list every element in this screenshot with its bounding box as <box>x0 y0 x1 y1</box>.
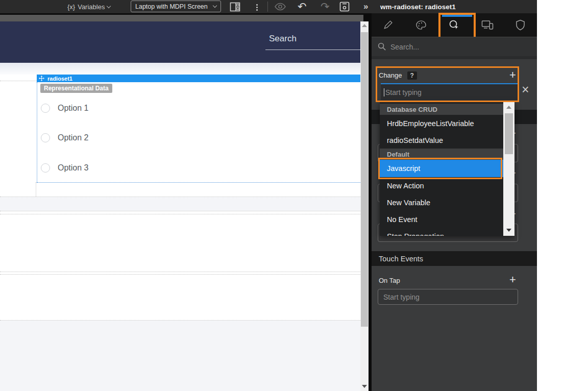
scroll-up-arrow-icon[interactable] <box>362 24 367 27</box>
touch-events-section-header: Touch Events <box>372 251 537 266</box>
double-chevron-right-icon: » <box>363 2 368 12</box>
on-tap-input-wrap <box>378 289 518 305</box>
canvas-top-chrome <box>0 15 363 21</box>
dropdown-item[interactable]: No Event <box>380 211 503 228</box>
dropdown-item[interactable]: New Action <box>380 177 503 194</box>
page-search-field[interactable]: Search <box>269 34 297 44</box>
layout-panels-button[interactable] <box>230 0 240 13</box>
tab-devices[interactable] <box>471 13 504 37</box>
preview-eye-button[interactable] <box>275 0 286 13</box>
radio-option-row[interactable]: Option 3 <box>41 163 88 173</box>
chevron-down-icon <box>107 4 111 8</box>
page-search-underline <box>265 50 360 50</box>
dropdown-item[interactable]: HrdbEmployeeListVariable <box>380 115 503 132</box>
change-help-badge[interactable]: ? <box>407 71 417 80</box>
selected-widget-title: wm-radioset: radioset1 <box>380 0 456 13</box>
dropdown-item[interactable]: radioSetdatValue <box>380 132 503 149</box>
shield-icon <box>516 19 525 31</box>
events-search-input[interactable] <box>390 43 531 51</box>
widget-name-label: radioset1 <box>47 76 72 82</box>
layout-panels-icon <box>230 2 240 12</box>
dropdown-list: Database CRUD HrdbEmployeeListVariable r… <box>380 104 503 236</box>
events-tab-active-indicator <box>442 15 472 17</box>
empty-row-band <box>0 321 360 391</box>
palette-icon <box>415 20 427 30</box>
container-edge-dotted <box>36 182 36 197</box>
dropdown-scrollbar[interactable] <box>503 102 514 236</box>
scroll-down-arrow-icon[interactable] <box>362 385 367 388</box>
undo-icon: ↶ <box>298 1 307 13</box>
save-icon <box>339 2 350 12</box>
widget-selection-border-bottom <box>37 182 360 183</box>
pencil-icon <box>383 20 393 30</box>
variables-icon: {x} <box>67 3 75 11</box>
add-on-tap-action-button[interactable]: + <box>509 275 516 284</box>
save-button[interactable] <box>339 0 350 13</box>
devices-icon <box>481 20 494 30</box>
dropdown-item[interactable]: New Variable <box>380 194 503 211</box>
row-divider-dotted <box>0 274 360 275</box>
row-divider-dotted <box>0 214 360 214</box>
variables-label: Variables <box>78 3 105 11</box>
device-selector-dropdown[interactable]: Laptop with MDPI Screen <box>131 1 221 12</box>
tab-security[interactable] <box>504 13 537 37</box>
dropdown-scrollbar-thumb[interactable] <box>505 113 513 154</box>
canvas-scrollbar[interactable] <box>360 21 369 391</box>
container-edge-dotted <box>0 81 37 81</box>
on-tap-label: On Tap <box>379 277 400 284</box>
scroll-down-arrow-icon[interactable] <box>506 229 511 232</box>
redo-icon: ↷ <box>321 1 330 13</box>
right-gutter <box>537 0 588 391</box>
variables-dropdown[interactable]: {x} Variables <box>67 0 110 13</box>
radio-option-row[interactable]: Option 2 <box>41 133 88 142</box>
design-canvas: Search radioset1 Representational Data O… <box>0 21 360 391</box>
undo-button[interactable]: ↶ <box>298 0 307 13</box>
radio-option-label: Option 1 <box>58 104 88 113</box>
change-input-placeholder: Start typing <box>385 88 422 96</box>
event-action-dropdown: Database CRUD HrdbEmployeeListVariable r… <box>380 102 514 236</box>
dropdown-item[interactable]: Stop Propagation <box>380 228 503 236</box>
widget-selection-bar[interactable]: radioset1 <box>37 75 360 82</box>
scroll-up-arrow-icon[interactable] <box>506 106 511 109</box>
radio-option-label: Option 2 <box>58 133 88 142</box>
row-divider-dotted <box>0 211 360 211</box>
add-change-action-button[interactable]: + <box>509 70 516 80</box>
representational-data-badge: Representational Data <box>40 84 112 93</box>
canvas-scrollbar-thumb[interactable] <box>361 32 368 327</box>
canvas-panel-divider-top <box>363 13 369 21</box>
move-icon <box>39 76 44 81</box>
expand-panel-button[interactable]: » <box>363 0 368 13</box>
chevron-down-icon <box>213 4 217 8</box>
dropdown-group-header: Database CRUD <box>380 104 503 115</box>
change-event-input[interactable]: Start typing <box>381 83 519 100</box>
events-search-bar <box>372 37 537 59</box>
dropdown-item-selected[interactable]: Javascript <box>380 160 503 177</box>
toolbar-divider <box>267 2 268 12</box>
close-icon[interactable]: × <box>522 84 529 94</box>
radio-option-row[interactable]: Option 1 <box>41 104 88 113</box>
redo-button[interactable]: ↷ <box>321 0 330 13</box>
page-subheader <box>0 63 360 75</box>
on-tap-input[interactable] <box>383 293 512 301</box>
empty-row-band <box>0 197 360 211</box>
radio-button-icon[interactable] <box>41 104 50 113</box>
change-event-row: Change? <box>379 70 417 80</box>
more-options-kebab-menu[interactable] <box>254 0 259 13</box>
dropdown-group-header: Default <box>380 149 503 160</box>
radio-button-icon[interactable] <box>41 133 50 142</box>
page-navbar: Search <box>0 21 360 63</box>
change-event-label: Change <box>379 71 402 79</box>
tab-properties[interactable] <box>372 13 405 37</box>
widget-selection-border-left <box>37 82 37 182</box>
search-icon <box>378 42 386 51</box>
tab-styles[interactable] <box>405 13 438 37</box>
radio-option-label: Option 3 <box>58 163 88 173</box>
device-selector-label: Laptop with MDPI Screen <box>135 3 208 10</box>
eye-icon <box>275 3 286 11</box>
app-root: {x} Variables Laptop with MDPI Screen ↶ … <box>0 0 588 391</box>
properties-panel: Change? + Start typing × + + + Database … <box>372 13 537 391</box>
row-divider-dotted <box>0 272 360 272</box>
radio-button-icon[interactable] <box>41 163 50 173</box>
top-toolbar: {x} Variables Laptop with MDPI Screen ↶ … <box>0 0 537 13</box>
text-caret <box>384 88 384 96</box>
